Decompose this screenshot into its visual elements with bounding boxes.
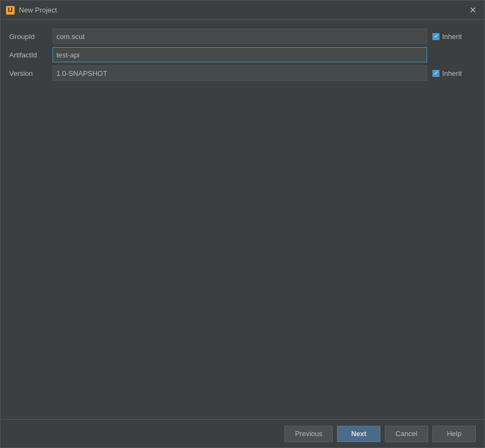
help-button[interactable]: Help — [432, 426, 476, 442]
titlebar-left: IJ New Project — [6, 6, 57, 15]
titlebar: IJ New Project ✕ — [1, 1, 484, 20]
previous-button[interactable]: Previous — [284, 426, 333, 442]
groupid-inherit-container: Inherit — [432, 33, 476, 41]
new-project-dialog: IJ New Project ✕ GroupId Inherit Artifac… — [0, 0, 485, 448]
artifactid-row: ArtifactId Inherit — [9, 47, 476, 62]
artifactid-label: ArtifactId — [9, 51, 53, 59]
groupid-row: GroupId Inherit — [9, 29, 476, 44]
version-label: Version — [9, 69, 53, 77]
dialog-title: New Project — [19, 6, 57, 14]
version-inherit-label: Inherit — [442, 69, 462, 77]
groupid-label: GroupId — [9, 33, 53, 41]
content-spacer — [9, 84, 476, 411]
cancel-button[interactable]: Cancel — [385, 426, 428, 442]
version-inherit-checkbox[interactable] — [432, 70, 439, 77]
groupid-inherit-checkbox[interactable] — [432, 33, 439, 40]
close-button[interactable]: ✕ — [466, 4, 479, 17]
dialog-footer: Previous Next Cancel Help — [1, 419, 484, 447]
groupid-inherit-label: Inherit — [442, 33, 462, 41]
dialog-content: GroupId Inherit ArtifactId Inherit Versi… — [1, 20, 484, 419]
app-icon: IJ — [6, 6, 15, 15]
version-row: Version Inherit — [9, 66, 476, 81]
artifactid-input[interactable] — [53, 47, 427, 62]
next-button[interactable]: Next — [337, 426, 380, 442]
version-inherit-container: Inherit — [432, 69, 476, 77]
groupid-input[interactable] — [53, 29, 427, 44]
version-input[interactable] — [53, 66, 427, 81]
